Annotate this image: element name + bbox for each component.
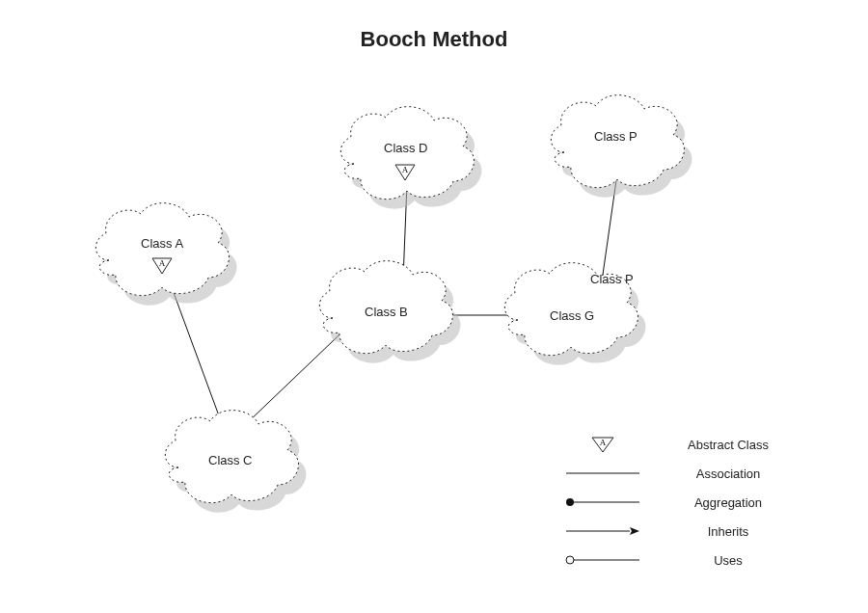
label-class-d: Class D: [384, 141, 428, 155]
legend: A Abstract Class Association Aggregation…: [559, 430, 810, 574]
label-class-p-mid: Class P: [590, 272, 634, 286]
legend-inherits-label: Inherits: [646, 524, 810, 539]
node-class-a: [95, 203, 236, 306]
legend-abstract-label: Abstract Class: [646, 438, 810, 452]
label-class-p-top: Class P: [594, 129, 637, 144]
label-class-a: Class A: [141, 236, 183, 251]
label-class-g: Class G: [550, 308, 594, 323]
abstract-badge-class-d-letter: A: [402, 165, 409, 174]
label-class-b: Class B: [365, 305, 408, 319]
abstract-badge-class-a-letter: A: [159, 258, 166, 268]
node-class-p-top: [551, 95, 692, 198]
legend-uses-label: Uses: [646, 553, 810, 568]
label-class-c: Class C: [208, 453, 253, 467]
svg-point-8: [566, 556, 574, 564]
legend-row-uses: Uses: [559, 546, 810, 574]
legend-row-inherits: Inherits: [559, 517, 810, 546]
legend-aggregation-label: Aggregation: [646, 495, 810, 510]
legend-row-association: Association: [559, 459, 810, 488]
legend-row-aggregation: Aggregation: [559, 488, 810, 517]
legend-association-label: Association: [646, 466, 810, 481]
legend-abstract-icon: A: [559, 435, 646, 454]
legend-aggregation-icon: [559, 496, 646, 508]
legend-uses-icon: [559, 554, 646, 566]
svg-text:A: A: [600, 438, 607, 447]
node-class-d: [340, 107, 481, 209]
legend-inherits-icon: [559, 525, 646, 537]
legend-row-abstract: A Abstract Class: [559, 430, 810, 459]
legend-association-icon: [559, 467, 646, 479]
svg-point-5: [566, 498, 574, 506]
